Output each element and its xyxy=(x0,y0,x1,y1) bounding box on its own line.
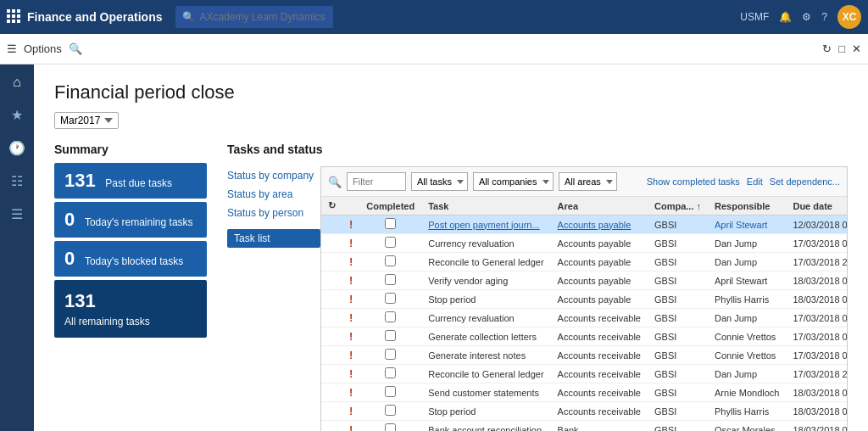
area-link[interactable]: Accounts payable xyxy=(558,220,632,230)
completed-checkbox[interactable] xyxy=(385,386,396,397)
completed-checkbox[interactable] xyxy=(385,405,396,416)
col-refresh[interactable]: ↻ xyxy=(321,197,342,216)
col-task[interactable]: Task xyxy=(421,197,550,216)
completed-checkbox[interactable] xyxy=(385,293,396,304)
cell-responsible: Dan Jump xyxy=(708,365,786,383)
cell-task: Reconcile to General ledger xyxy=(421,365,550,383)
cell-task[interactable]: Post open payment journ... xyxy=(421,216,550,234)
summary-card-past-due[interactable]: 131 Past due tasks xyxy=(54,163,207,199)
nav-task-list[interactable]: Task list xyxy=(227,229,320,248)
content-area: Financial period close Mar2017 Summary 1… xyxy=(34,64,868,431)
svg-rect-2 xyxy=(17,9,20,13)
cell-completed[interactable] xyxy=(359,327,421,346)
left-sidebar: ⌂ ★ 🕐 ☷ ☰ xyxy=(0,64,34,431)
cell-due-date: 18/03/2018 01:00:00 xyxy=(786,421,847,432)
cell-area: Accounts payable xyxy=(551,253,648,271)
cell-completed[interactable] xyxy=(359,216,421,234)
cell-company: GBSI xyxy=(648,216,708,234)
cell-completed[interactable] xyxy=(359,290,421,309)
nav-status-company[interactable]: Status by company xyxy=(227,166,320,185)
summary-card-all[interactable]: 131 All remaining tasks xyxy=(54,280,207,338)
all-companies-select[interactable]: All companies xyxy=(473,172,554,191)
cell-completed[interactable] xyxy=(359,309,421,327)
sidebar-item-home[interactable]: ⌂ xyxy=(0,68,34,97)
table-row: ! Reconcile to General ledger Accounts p… xyxy=(321,253,847,271)
nav-status-area[interactable]: Status by area xyxy=(227,185,320,204)
options-search-icon[interactable]: 🔍 xyxy=(69,42,82,55)
cell-area: Accounts payable xyxy=(551,234,648,253)
task-link[interactable]: Post open payment journ... xyxy=(428,220,539,230)
col-responsible[interactable]: Responsible xyxy=(708,197,786,216)
sidebar-item-recent[interactable]: 🕐 xyxy=(0,133,34,163)
completed-checkbox[interactable] xyxy=(385,237,396,248)
user-avatar[interactable]: XC xyxy=(837,5,861,29)
cell-area[interactable]: Accounts payable xyxy=(551,216,648,234)
past-due-label: Past due tasks xyxy=(105,177,172,189)
cell-responsible: Connie Vrettos xyxy=(708,346,786,365)
cell-completed[interactable] xyxy=(359,365,421,383)
cell-completed[interactable] xyxy=(359,346,421,365)
filter-search-icon: 🔍 xyxy=(328,176,342,188)
close-icon[interactable]: ✕ xyxy=(852,42,861,55)
cell-completed[interactable] xyxy=(359,271,421,290)
set-dependencies-link[interactable]: Set dependenc... xyxy=(770,176,840,187)
bell-icon[interactable]: 🔔 xyxy=(779,11,792,23)
cell-empty xyxy=(321,216,342,234)
col-company[interactable]: Compa... ↑ xyxy=(648,197,708,216)
svg-rect-0 xyxy=(7,9,10,13)
table-scroll[interactable]: ↻ Completed Task Area Compa... ↑ Respons… xyxy=(321,197,847,431)
completed-checkbox[interactable] xyxy=(385,218,396,229)
svg-rect-4 xyxy=(12,14,15,18)
cell-completed[interactable] xyxy=(359,402,421,421)
exclamation-icon: ! xyxy=(349,405,353,417)
search-input[interactable] xyxy=(175,6,333,28)
completed-checkbox[interactable] xyxy=(385,330,396,341)
completed-checkbox[interactable] xyxy=(385,349,396,360)
summary-card-remaining[interactable]: 0 Today's remaining tasks xyxy=(54,202,207,238)
col-due-date[interactable]: Due date xyxy=(786,197,847,216)
period-select[interactable]: Mar2017 xyxy=(54,112,119,129)
completed-checkbox[interactable] xyxy=(385,311,396,322)
maximize-icon[interactable]: □ xyxy=(838,42,845,55)
cell-task: Bank account reconciliation xyxy=(421,421,550,432)
cell-exclamation: ! xyxy=(342,346,359,365)
exclamation-icon: ! xyxy=(349,218,353,231)
sidebar-item-menu[interactable]: ☰ xyxy=(0,199,34,229)
main-layout: ⌂ ★ 🕐 ☷ ☰ Financial period close Mar2017… xyxy=(0,64,868,431)
refresh-icon[interactable]: ↻ xyxy=(328,200,336,210)
cell-responsible: Arnie Mondloch xyxy=(708,383,786,402)
completed-checkbox[interactable] xyxy=(385,274,396,285)
all-areas-select[interactable]: All areas xyxy=(559,172,617,191)
cell-area: Bank xyxy=(551,421,648,432)
hamburger-icon[interactable]: ☰ xyxy=(7,42,17,55)
cell-empty xyxy=(321,234,342,253)
exclamation-icon: ! xyxy=(349,293,353,305)
gear-icon[interactable]: ⚙ xyxy=(802,11,811,23)
cell-completed[interactable] xyxy=(359,383,421,402)
table-row: ! Stop period Accounts payable GBSI Phyl… xyxy=(321,290,847,309)
cell-task: Stop period xyxy=(421,290,550,309)
cell-completed[interactable] xyxy=(359,253,421,271)
edit-link[interactable]: Edit xyxy=(747,176,763,187)
sidebar-item-workspaces[interactable]: ☷ xyxy=(0,166,34,196)
past-due-count: 131 xyxy=(64,170,96,191)
refresh-icon[interactable]: ↻ xyxy=(822,42,832,55)
svg-rect-3 xyxy=(7,14,10,18)
grid-icon[interactable] xyxy=(7,9,20,25)
completed-checkbox[interactable] xyxy=(385,423,396,431)
completed-checkbox[interactable] xyxy=(385,367,396,378)
help-icon[interactable]: ? xyxy=(821,11,827,23)
sidebar-item-favorites[interactable]: ★ xyxy=(0,100,34,130)
cell-area: Accounts receivable xyxy=(551,365,648,383)
nav-status-person[interactable]: Status by person xyxy=(227,204,320,222)
all-tasks-select[interactable]: All tasks xyxy=(411,172,468,191)
cell-company: GBSI xyxy=(648,327,708,346)
cell-completed[interactable] xyxy=(359,234,421,253)
completed-checkbox[interactable] xyxy=(385,255,396,266)
summary-card-blocked[interactable]: 0 Today's blocked tasks xyxy=(54,241,207,277)
cell-task: Currency revaluation xyxy=(421,309,550,327)
cell-completed[interactable] xyxy=(359,421,421,432)
show-completed-link[interactable]: Show completed tasks xyxy=(647,176,740,187)
col-area[interactable]: Area xyxy=(551,197,648,216)
filter-input[interactable] xyxy=(347,172,406,191)
